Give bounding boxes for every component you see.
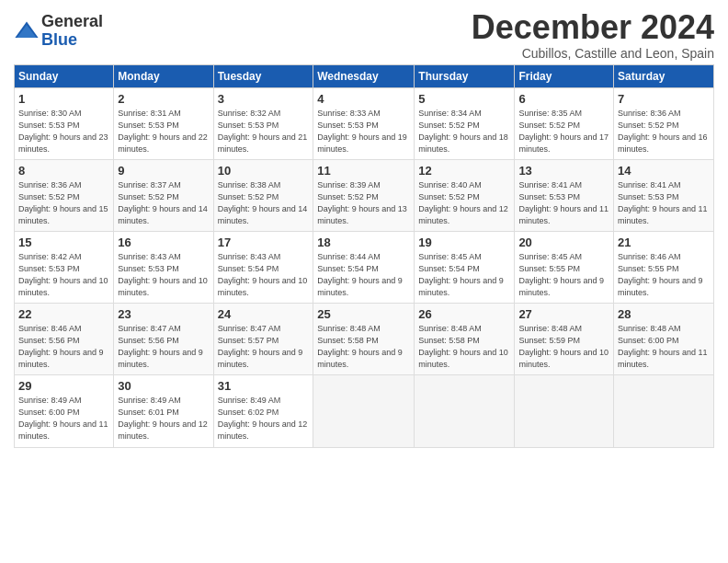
table-row: 7Sunrise: 8:36 AMSunset: 5:52 PMDaylight…	[614, 87, 714, 159]
day-number: 6	[518, 92, 609, 106]
day-info: Sunrise: 8:49 AMSunset: 6:01 PMDaylight:…	[118, 395, 209, 442]
calendar-week-1: 8Sunrise: 8:36 AMSunset: 5:52 PMDaylight…	[15, 159, 714, 231]
day-info: Sunrise: 8:36 AMSunset: 5:52 PMDaylight:…	[618, 108, 710, 155]
logo-icon	[14, 18, 40, 44]
table-row: 8Sunrise: 8:36 AMSunset: 5:52 PMDaylight…	[15, 159, 114, 231]
day-number: 12	[418, 164, 510, 178]
day-info: Sunrise: 8:42 AMSunset: 5:53 PMDaylight:…	[18, 251, 109, 299]
table-row: 10Sunrise: 8:38 AMSunset: 5:52 PMDayligh…	[213, 159, 313, 231]
day-number: 26	[418, 307, 510, 321]
title-block: December 2024 Cubillos, Castille and Leo…	[472, 9, 714, 61]
day-number: 3	[218, 92, 310, 106]
col-wednesday: Wednesday	[313, 64, 415, 87]
table-row: 16Sunrise: 8:43 AMSunset: 5:53 PMDayligh…	[114, 231, 213, 303]
table-row	[415, 375, 515, 447]
table-row: 15Sunrise: 8:42 AMSunset: 5:53 PMDayligh…	[15, 231, 114, 303]
day-number: 27	[518, 307, 609, 321]
table-row: 17Sunrise: 8:43 AMSunset: 5:54 PMDayligh…	[213, 231, 313, 303]
table-row: 9Sunrise: 8:37 AMSunset: 5:52 PMDaylight…	[114, 159, 213, 231]
day-number: 14	[618, 164, 710, 178]
table-row: 20Sunrise: 8:45 AMSunset: 5:55 PMDayligh…	[515, 231, 614, 303]
table-row: 30Sunrise: 8:49 AMSunset: 6:01 PMDayligh…	[114, 375, 213, 447]
table-row	[515, 375, 614, 447]
col-friday: Friday	[515, 64, 614, 87]
day-number: 31	[218, 379, 310, 393]
day-info: Sunrise: 8:46 AMSunset: 5:55 PMDaylight:…	[618, 251, 710, 299]
logo-text: General Blue	[41, 13, 103, 50]
day-info: Sunrise: 8:43 AMSunset: 5:54 PMDaylight:…	[218, 251, 310, 299]
header-row: Sunday Monday Tuesday Wednesday Thursday…	[15, 64, 714, 87]
day-info: Sunrise: 8:44 AMSunset: 5:54 PMDaylight:…	[317, 251, 410, 299]
day-info: Sunrise: 8:48 AMSunset: 5:58 PMDaylight:…	[418, 323, 510, 371]
day-number: 7	[618, 92, 710, 106]
day-info: Sunrise: 8:43 AMSunset: 5:53 PMDaylight:…	[118, 251, 209, 299]
day-number: 4	[317, 92, 410, 106]
day-number: 19	[418, 236, 510, 249]
day-number: 13	[518, 164, 609, 178]
day-info: Sunrise: 8:34 AMSunset: 5:52 PMDaylight:…	[418, 108, 510, 155]
day-number: 28	[618, 307, 710, 321]
day-info: Sunrise: 8:33 AMSunset: 5:53 PMDaylight:…	[317, 108, 410, 155]
day-info: Sunrise: 8:32 AMSunset: 5:53 PMDaylight:…	[218, 108, 310, 155]
table-row: 14Sunrise: 8:41 AMSunset: 5:53 PMDayligh…	[614, 159, 714, 231]
table-row: 19Sunrise: 8:45 AMSunset: 5:54 PMDayligh…	[415, 231, 515, 303]
page-container: General Blue December 2024 Cubillos, Cas…	[0, 0, 728, 457]
day-number: 1	[18, 92, 109, 106]
day-number: 24	[218, 307, 310, 321]
logo-general: General	[41, 13, 103, 31]
table-row: 31Sunrise: 8:49 AMSunset: 6:02 PMDayligh…	[213, 375, 313, 447]
table-row: 24Sunrise: 8:47 AMSunset: 5:57 PMDayligh…	[213, 304, 313, 375]
day-info: Sunrise: 8:48 AMSunset: 6:00 PMDaylight:…	[618, 323, 710, 371]
logo: General Blue	[14, 13, 103, 50]
table-row: 11Sunrise: 8:39 AMSunset: 5:52 PMDayligh…	[313, 159, 415, 231]
day-info: Sunrise: 8:48 AMSunset: 5:58 PMDaylight:…	[317, 323, 410, 371]
month-title: December 2024	[472, 9, 714, 46]
table-row	[313, 375, 415, 447]
day-info: Sunrise: 8:39 AMSunset: 5:52 PMDaylight:…	[317, 179, 410, 227]
day-info: Sunrise: 8:41 AMSunset: 5:53 PMDaylight:…	[618, 179, 710, 227]
table-row: 22Sunrise: 8:46 AMSunset: 5:56 PMDayligh…	[15, 304, 114, 375]
day-number: 21	[618, 236, 710, 249]
day-number: 18	[317, 236, 410, 249]
day-number: 30	[118, 379, 209, 393]
table-row: 2Sunrise: 8:31 AMSunset: 5:53 PMDaylight…	[114, 87, 213, 159]
col-saturday: Saturday	[614, 64, 714, 87]
calendar-week-3: 22Sunrise: 8:46 AMSunset: 5:56 PMDayligh…	[15, 304, 714, 375]
table-row: 27Sunrise: 8:48 AMSunset: 5:59 PMDayligh…	[515, 304, 614, 375]
day-number: 16	[118, 236, 209, 249]
table-row: 18Sunrise: 8:44 AMSunset: 5:54 PMDayligh…	[313, 231, 415, 303]
day-info: Sunrise: 8:35 AMSunset: 5:52 PMDaylight:…	[518, 108, 609, 155]
day-number: 11	[317, 164, 410, 178]
day-number: 8	[18, 164, 109, 178]
table-row: 26Sunrise: 8:48 AMSunset: 5:58 PMDayligh…	[415, 304, 515, 375]
col-monday: Monday	[114, 64, 213, 87]
logo-blue: Blue	[41, 31, 103, 50]
day-info: Sunrise: 8:36 AMSunset: 5:52 PMDaylight:…	[18, 179, 109, 227]
table-row: 12Sunrise: 8:40 AMSunset: 5:52 PMDayligh…	[415, 159, 515, 231]
day-number: 9	[118, 164, 209, 178]
location: Cubillos, Castille and Leon, Spain	[472, 46, 714, 61]
col-thursday: Thursday	[415, 64, 515, 87]
table-row: 21Sunrise: 8:46 AMSunset: 5:55 PMDayligh…	[614, 231, 714, 303]
table-row: 28Sunrise: 8:48 AMSunset: 6:00 PMDayligh…	[614, 304, 714, 375]
day-number: 15	[18, 236, 109, 249]
table-row	[614, 375, 714, 447]
day-info: Sunrise: 8:49 AMSunset: 6:00 PMDaylight:…	[18, 395, 109, 442]
day-info: Sunrise: 8:31 AMSunset: 5:53 PMDaylight:…	[118, 108, 209, 155]
header: General Blue December 2024 Cubillos, Cas…	[14, 9, 714, 61]
day-number: 5	[418, 92, 510, 106]
table-row: 3Sunrise: 8:32 AMSunset: 5:53 PMDaylight…	[213, 87, 313, 159]
day-info: Sunrise: 8:41 AMSunset: 5:53 PMDaylight:…	[518, 179, 609, 227]
day-number: 29	[18, 379, 109, 393]
calendar-table: Sunday Monday Tuesday Wednesday Thursday…	[14, 64, 714, 448]
day-info: Sunrise: 8:47 AMSunset: 5:56 PMDaylight:…	[118, 323, 209, 371]
table-row: 4Sunrise: 8:33 AMSunset: 5:53 PMDaylight…	[313, 87, 415, 159]
col-sunday: Sunday	[15, 64, 114, 87]
day-info: Sunrise: 8:37 AMSunset: 5:52 PMDaylight:…	[118, 179, 209, 227]
day-info: Sunrise: 8:46 AMSunset: 5:56 PMDaylight:…	[18, 323, 109, 371]
day-info: Sunrise: 8:49 AMSunset: 6:02 PMDaylight:…	[218, 395, 310, 442]
day-info: Sunrise: 8:47 AMSunset: 5:57 PMDaylight:…	[218, 323, 310, 371]
day-info: Sunrise: 8:40 AMSunset: 5:52 PMDaylight:…	[418, 179, 510, 227]
table-row: 13Sunrise: 8:41 AMSunset: 5:53 PMDayligh…	[515, 159, 614, 231]
calendar-week-0: 1Sunrise: 8:30 AMSunset: 5:53 PMDaylight…	[15, 87, 714, 159]
